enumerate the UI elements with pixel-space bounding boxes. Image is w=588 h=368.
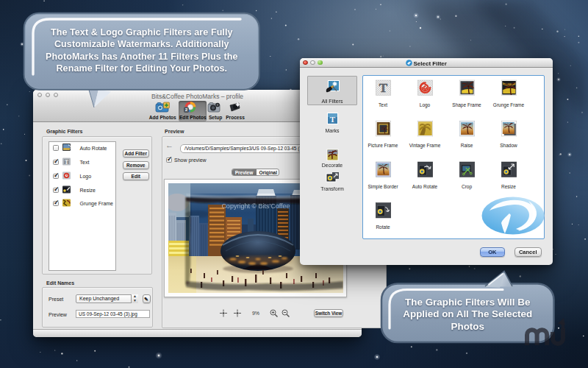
svg-text:T: T [379, 81, 387, 95]
svg-text:Copyright © Bits'Coffee: Copyright © Bits'Coffee [221, 202, 290, 210]
svg-text:9%: 9% [252, 311, 259, 316]
svg-text:T: T [65, 159, 68, 166]
svg-text:T: T [329, 115, 335, 124]
